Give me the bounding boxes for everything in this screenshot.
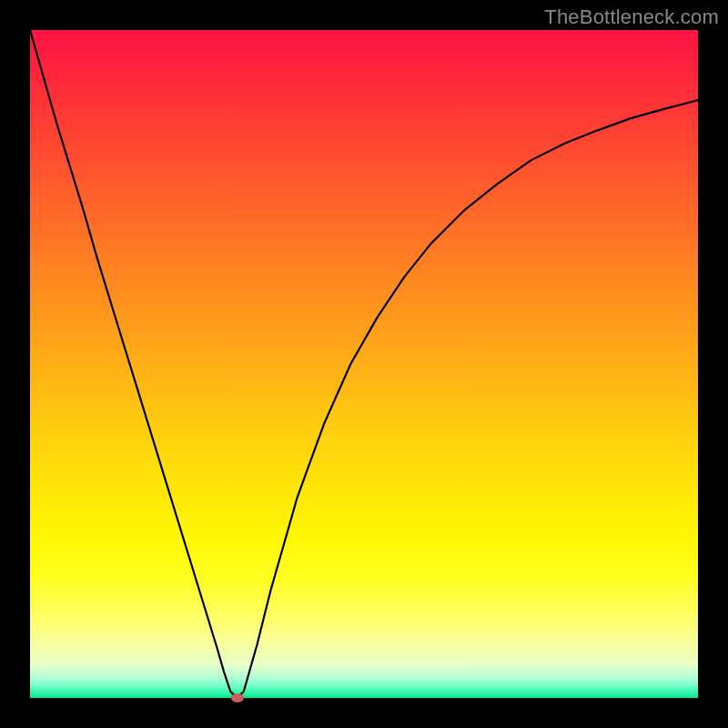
optimal-point-marker (231, 693, 244, 703)
plot-area (30, 30, 698, 698)
chart-frame: TheBottleneck.com (0, 0, 728, 728)
bottleneck-curve (30, 30, 698, 698)
watermark-text: TheBottleneck.com (544, 5, 719, 29)
